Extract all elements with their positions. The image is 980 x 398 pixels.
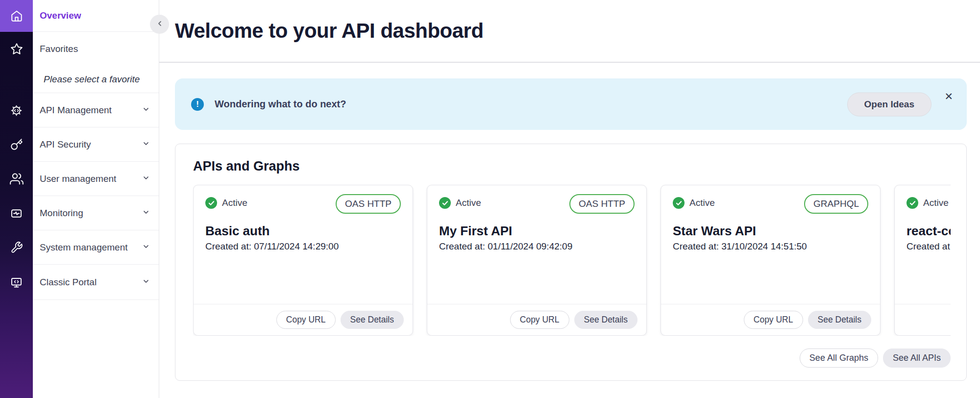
api-management-icon: [10, 104, 23, 117]
panel-title: APIs and Graphs: [193, 159, 951, 174]
api-card: Active react-co Created at:: [894, 185, 951, 336]
system-management-icon: [10, 241, 23, 254]
apis-and-graphs-panel: APIs and Graphs Active OAS HTTP Basic au…: [175, 144, 967, 381]
see-details-button[interactable]: See Details: [808, 311, 872, 329]
sidebar-item-label: API Security: [40, 139, 91, 150]
api-card-footer: Copy URL See Details: [427, 304, 646, 335]
sidebar-item-label: System management: [40, 242, 128, 253]
api-created-at: Created at: 07/11/2024 14:29:00: [205, 241, 401, 252]
rail-item-favorites[interactable]: [0, 32, 33, 66]
sidebar-item-label: Overview: [40, 10, 81, 21]
chevron-down-icon: [142, 277, 150, 288]
api-name: react-co: [906, 224, 951, 239]
api-created-at: Created at: 01/11/2024 09:42:09: [439, 241, 635, 252]
copy-url-button[interactable]: Copy URL: [510, 311, 569, 329]
copy-url-button[interactable]: Copy URL: [744, 311, 803, 329]
active-check-icon: [205, 197, 217, 209]
chevron-left-icon: [156, 20, 164, 29]
api-name: My First API: [439, 224, 635, 239]
monitoring-icon: [10, 207, 23, 220]
api-card: Active OAS HTTP Basic auth Created at: 0…: [193, 185, 413, 336]
api-created-at: Created at:: [906, 241, 951, 252]
copy-url-button[interactable]: Copy URL: [276, 311, 336, 329]
rail-item-classic-portal[interactable]: [0, 265, 33, 300]
see-all-apis-button[interactable]: See All APIs: [883, 348, 951, 368]
active-check-icon: [439, 197, 451, 209]
api-card-footer: Copy URL See Details: [661, 304, 880, 335]
favorites-empty-hint: Please select a favorite: [33, 66, 159, 93]
rail-item-overview[interactable]: [0, 0, 33, 32]
star-icon: [10, 43, 23, 55]
rail-item-user-management[interactable]: [0, 162, 33, 196]
see-details-button[interactable]: See Details: [574, 311, 638, 329]
page-header: Welcome to your API dashboard: [159, 0, 980, 63]
api-card-body: Active react-co Created at:: [895, 185, 951, 304]
status-badge: Active: [923, 198, 949, 208]
sidebar-icon-rail: [0, 0, 33, 398]
main-content: Welcome to your API dashboard ! Wonderin…: [159, 0, 980, 398]
rail-item-api-management[interactable]: [0, 93, 33, 127]
api-card-body: Active OAS HTTP Basic auth Created at: 0…: [194, 185, 413, 304]
see-all-graphs-button[interactable]: See All Graphs: [800, 348, 878, 368]
status-badge: Active: [689, 198, 715, 208]
chevron-down-icon: [142, 105, 150, 116]
info-banner: ! Wondering what to do next? Open Ideas …: [175, 78, 967, 130]
close-icon[interactable]: ✕: [944, 91, 953, 101]
api-card-body: Active OAS HTTP My First API Created at:…: [427, 185, 646, 304]
sidebar-item-api-security[interactable]: API Security: [33, 127, 159, 162]
api-card-footer: Copy URL See Details: [194, 304, 413, 335]
info-icon: !: [191, 98, 204, 111]
chevron-down-icon: [142, 139, 150, 150]
sidebar-item-label: User management: [40, 174, 116, 184]
api-card-footer: [895, 304, 951, 335]
active-check-icon: [906, 197, 918, 209]
sidebar-menu: Overview Favorites Please select a favor…: [33, 0, 159, 398]
api-card: Active GRAPHQL Star Wars API Created at:…: [661, 185, 881, 336]
api-card-body: Active GRAPHQL Star Wars API Created at:…: [661, 185, 880, 304]
home-icon: [10, 10, 23, 23]
active-check-icon: [673, 197, 685, 209]
rail-spacer: [0, 66, 33, 93]
see-details-button[interactable]: See Details: [341, 311, 404, 329]
api-security-icon: [10, 138, 23, 151]
rail-item-monitoring[interactable]: [0, 196, 33, 230]
chevron-down-icon: [142, 208, 150, 219]
api-cards-row: Active OAS HTTP Basic auth Created at: 0…: [193, 185, 951, 336]
panel-footer: See All Graphs See All APIs: [193, 348, 951, 368]
sidebar-item-label: Classic Portal: [40, 277, 97, 288]
sidebar-item-monitoring[interactable]: Monitoring: [33, 196, 159, 230]
sidebar-item-system-management[interactable]: System management: [33, 230, 159, 265]
api-type-badge: OAS HTTP: [336, 194, 401, 214]
api-type-badge: OAS HTTP: [569, 194, 635, 214]
api-name: Basic auth: [205, 224, 401, 239]
sidebar-item-user-management[interactable]: User management: [33, 162, 159, 196]
sidebar-item-label: API Management: [40, 105, 112, 116]
banner-text: Wondering what to do next?: [215, 99, 346, 110]
api-name: Star Wars API: [673, 224, 868, 239]
sidebar-item-api-management[interactable]: API Management: [33, 93, 159, 127]
sidebar-item-overview[interactable]: Overview: [33, 0, 159, 32]
rail-item-system-management[interactable]: [0, 230, 33, 265]
sidebar-collapse-button[interactable]: [150, 15, 169, 34]
sidebar-item-label: Favorites: [40, 44, 78, 54]
chevron-down-icon: [142, 174, 150, 184]
chevron-down-icon: [142, 242, 150, 253]
page-title: Welcome to your API dashboard: [175, 19, 484, 43]
sidebar-item-label: Monitoring: [40, 208, 83, 219]
status-badge: Active: [456, 198, 481, 208]
sidebar-item-classic-portal[interactable]: Classic Portal: [33, 265, 159, 300]
user-management-icon: [10, 172, 24, 186]
classic-portal-icon: [10, 276, 23, 289]
api-created-at: Created at: 31/10/2024 14:51:50: [673, 241, 868, 252]
api-card: Active OAS HTTP My First API Created at:…: [427, 185, 647, 336]
sidebar-item-favorites[interactable]: Favorites: [33, 32, 159, 66]
api-type-badge: GRAPHQL: [804, 194, 868, 214]
rail-item-api-security[interactable]: [0, 127, 33, 162]
open-ideas-button[interactable]: Open Ideas: [847, 92, 931, 116]
status-badge: Active: [222, 198, 247, 208]
